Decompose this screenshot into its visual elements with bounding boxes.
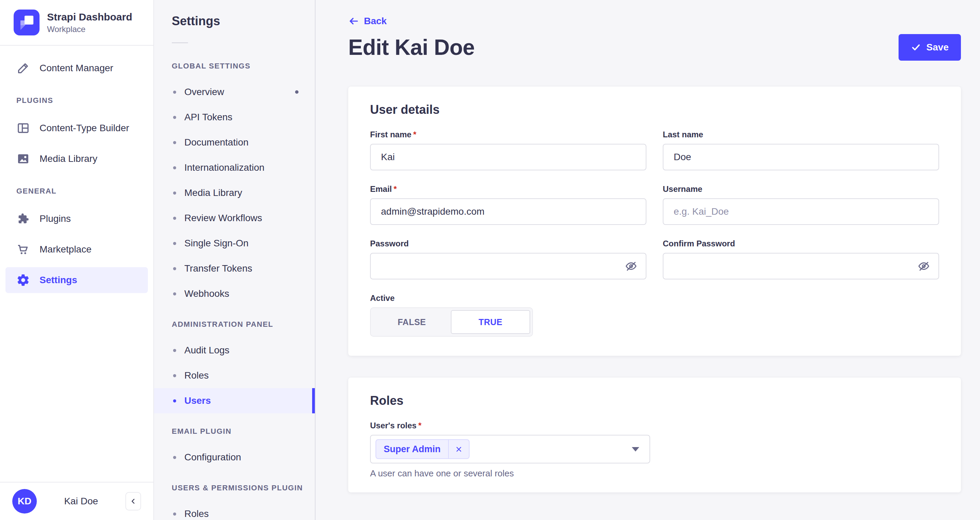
role-tag-label: Super Admin: [376, 440, 448, 458]
password-field-group: Password: [370, 239, 646, 280]
subnav-item-webhooks[interactable]: Webhooks: [154, 281, 315, 306]
caret-down-icon: [632, 447, 639, 452]
save-button[interactable]: Save: [899, 34, 961, 60]
subnav-item-label: Webhooks: [185, 288, 229, 299]
sidebar-item-settings[interactable]: Settings: [5, 267, 148, 293]
bullet-icon: [173, 191, 176, 195]
user-roles-label: User's roles*: [370, 420, 939, 431]
confirm-password-input[interactable]: [663, 253, 939, 280]
subnav-item-review-workflows[interactable]: Review Workflows: [154, 205, 315, 231]
username-input[interactable]: [663, 198, 939, 225]
cart-icon: [16, 243, 30, 256]
active-toggle-true[interactable]: TRUE: [451, 310, 530, 334]
subnav-section-users-permissions-plugin: USERS & PERMISSIONS PLUGIN: [154, 483, 315, 492]
password-input[interactable]: [370, 253, 646, 280]
toggle-password-visibility-button[interactable]: [625, 260, 638, 273]
email-input[interactable]: [370, 198, 646, 225]
app-title: Strapi Dashboard: [47, 11, 132, 23]
user-details-title: User details: [370, 102, 939, 117]
subnav-item-api-tokens[interactable]: API Tokens: [154, 105, 315, 130]
subnav-item-label: Media Library: [185, 188, 242, 198]
subnav-item-up-roles[interactable]: Roles: [154, 501, 315, 520]
sidebar-section-plugins: PLUGINS: [0, 96, 153, 105]
last-name-label: Last name: [663, 129, 939, 140]
strapi-logo-icon: [14, 10, 40, 35]
settings-subnav: Settings GLOBAL SETTINGS Overview API To…: [154, 0, 315, 520]
subnav-item-transfer-tokens[interactable]: Transfer Tokens: [154, 256, 315, 281]
username-label: Username: [663, 184, 939, 194]
subnav-item-label: Review Workflows: [185, 213, 262, 224]
image-icon: [16, 152, 30, 165]
subnav-item-admin-roles[interactable]: Roles: [154, 363, 315, 388]
user-roles-select[interactable]: Super Admin: [370, 435, 650, 463]
bullet-icon: [173, 166, 176, 169]
subnav-item-users[interactable]: Users: [154, 388, 315, 413]
subnav-item-label: Overview: [185, 87, 224, 97]
user-avatar[interactable]: KD: [12, 489, 37, 514]
x-icon: [455, 445, 463, 453]
roles-card: Roles User's roles* Super Admin A user c: [348, 378, 961, 492]
active-toggle-false[interactable]: FALSE: [373, 310, 451, 334]
gear-icon: [16, 273, 30, 287]
sidebar-item-plugins[interactable]: Plugins: [5, 206, 148, 232]
main-sidebar: Strapi Dashboard Workplace Content Manag…: [0, 0, 154, 520]
active-toggle: FALSE TRUE: [370, 307, 533, 337]
first-name-label: First name*: [370, 129, 646, 140]
chevron-left-icon: [129, 497, 137, 505]
subnav-divider: [172, 42, 188, 43]
sidebar-section-general: GENERAL: [0, 187, 153, 196]
subnav-item-media-library[interactable]: Media Library: [154, 180, 315, 205]
sidebar-item-marketplace[interactable]: Marketplace: [5, 237, 148, 262]
main-content: Back Edit Kai Doe Save User details Firs…: [315, 0, 980, 520]
sidebar-item-content-type-builder[interactable]: Content-Type Builder: [5, 115, 148, 141]
bullet-icon: [173, 399, 176, 402]
subnav-item-configuration[interactable]: Configuration: [154, 445, 315, 470]
eye-off-icon: [917, 260, 930, 273]
user-name: Kai Doe: [37, 496, 126, 507]
subnav-section-global-settings: GLOBAL SETTINGS: [154, 62, 315, 70]
subnav-item-label: API Tokens: [185, 112, 232, 122]
subnav-item-single-sign-on[interactable]: Single Sign-On: [154, 231, 315, 256]
notification-dot: [295, 90, 299, 94]
save-label: Save: [926, 42, 949, 53]
active-field-group: Active FALSE TRUE: [370, 293, 646, 337]
subnav-item-label: Roles: [185, 509, 209, 519]
bullet-icon: [173, 267, 176, 270]
title-row: Edit Kai Doe Save: [348, 34, 961, 60]
subnav-item-label: Users: [185, 395, 211, 406]
toggle-confirm-password-visibility-button[interactable]: [917, 260, 930, 273]
sidebar-item-label: Media Library: [40, 153, 97, 164]
bullet-icon: [173, 374, 176, 377]
user-details-card: User details First name* Last name: [348, 87, 961, 356]
confirm-password-label: Confirm Password: [663, 239, 939, 249]
first-name-field-group: First name*: [370, 129, 646, 170]
subnav-item-label: Roles: [185, 370, 209, 381]
back-link[interactable]: Back: [348, 16, 387, 27]
subnav-item-audit-logs[interactable]: Audit Logs: [154, 338, 315, 363]
bullet-icon: [173, 349, 176, 352]
back-label: Back: [364, 16, 387, 27]
subnav-item-documentation[interactable]: Documentation: [154, 130, 315, 155]
last-name-field-group: Last name: [663, 129, 939, 170]
subnav-item-internationalization[interactable]: Internationalization: [154, 155, 315, 180]
required-marker: *: [413, 129, 416, 140]
last-name-input[interactable]: [663, 144, 939, 170]
sidebar-item-content-manager[interactable]: Content Manager: [5, 55, 148, 81]
collapse-sidebar-button[interactable]: [126, 492, 141, 510]
user-roles-hint: A user can have one or several roles: [370, 468, 939, 479]
remove-role-button[interactable]: [449, 440, 469, 458]
required-marker: *: [418, 420, 421, 431]
grid-layout-icon: [16, 121, 30, 135]
sidebar-footer: KD Kai Doe: [0, 482, 153, 520]
subnav-item-label: Single Sign-On: [185, 238, 248, 249]
bullet-icon: [173, 242, 176, 245]
workspace-header[interactable]: Strapi Dashboard Workplace: [0, 0, 153, 46]
bullet-icon: [173, 293, 176, 296]
email-field-group: Email*: [370, 184, 646, 225]
subnav-item-overview[interactable]: Overview: [154, 80, 315, 105]
email-label: Email*: [370, 184, 646, 194]
sidebar-item-media-library[interactable]: Media Library: [5, 146, 148, 172]
first-name-input[interactable]: [370, 144, 646, 170]
eye-off-icon: [625, 260, 638, 273]
subnav-section-administration-panel: ADMINISTRATION PANEL: [154, 320, 315, 329]
